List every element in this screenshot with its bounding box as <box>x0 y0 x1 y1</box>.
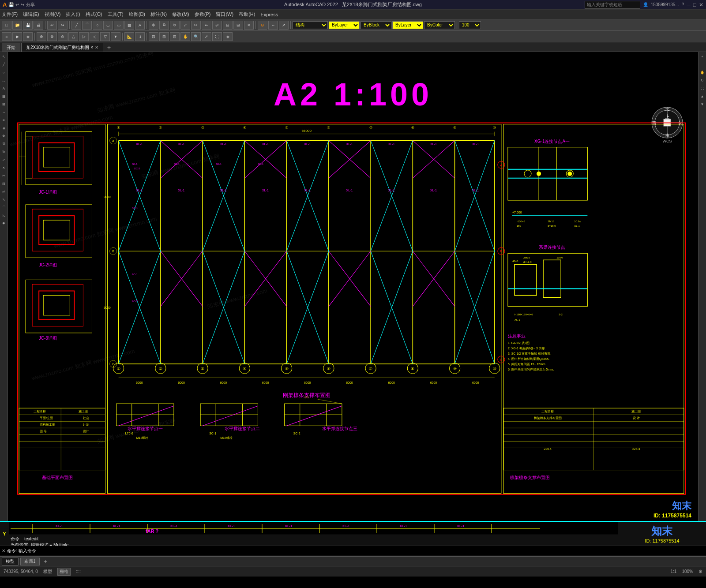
tb-array[interactable]: ⊞ <box>233 21 243 30</box>
tool-mirror[interactable]: ⇌ <box>0 188 8 195</box>
tool-cursor[interactable]: ↖ <box>0 53 8 60</box>
tb2-3d[interactable]: ◈ <box>223 32 233 41</box>
tb2-inquiry[interactable]: ℹ <box>135 32 145 41</box>
tb2-zoom-all[interactable]: ⛶ <box>212 32 222 41</box>
tb-arc[interactable]: ◡ <box>103 21 113 30</box>
help-icon[interactable]: ? <box>682 2 684 7</box>
tb-undo[interactable]: ↩ <box>47 21 57 30</box>
zoom-select[interactable]: 100 <box>459 21 481 29</box>
tab-start[interactable]: 开始 <box>2 43 20 52</box>
canvas-area[interactable]: www.znzmo.com 知末网 www.znzmo.com 知末网 知末网 … <box>8 52 698 521</box>
tb-extend[interactable]: ⇤ <box>202 21 211 30</box>
tb2-view1[interactable]: ⊡ <box>149 32 158 41</box>
tb2-match[interactable]: ◈ <box>23 32 33 41</box>
close-btn[interactable]: ✕ <box>699 2 703 8</box>
tool-dim[interactable]: ↔ <box>0 109 8 116</box>
search-box[interactable]: 输入关键字或短语 <box>585 1 640 9</box>
tab-add-layout[interactable]: ＋ <box>42 558 49 566</box>
menu-file[interactable]: 文件(F) <box>2 11 18 18</box>
rs-nav2[interactable]: ▼ <box>699 101 706 108</box>
tool-circle[interactable]: ○ <box>0 69 8 76</box>
tool-matchprop[interactable]: ◈ <box>0 124 8 131</box>
menu-window[interactable]: 窗口(W) <box>216 11 233 18</box>
redo-icon[interactable]: ↪ <box>21 2 24 7</box>
cmd-icon-close[interactable]: ✕ <box>2 548 5 553</box>
menu-express[interactable]: Express <box>260 12 278 17</box>
rs-zoom-in[interactable]: + <box>699 53 706 60</box>
tool-text[interactable]: A <box>0 85 8 92</box>
tb-offset[interactable]: ⊟ <box>223 21 233 30</box>
command-input[interactable] <box>38 548 704 553</box>
tb-hatch[interactable]: ▦ <box>124 21 134 30</box>
tb-open[interactable]: 📁 <box>12 21 22 30</box>
color-select3[interactable]: ByLayer <box>392 21 423 29</box>
tool-block[interactable]: ⊞ <box>0 101 8 108</box>
tb-trim[interactable]: ✂ <box>191 21 201 30</box>
tb2-grip7[interactable]: ▽ <box>100 32 110 41</box>
tool-offset[interactable]: ⊟ <box>0 180 8 187</box>
tool-properties[interactable]: ≡ <box>0 116 8 124</box>
tool-move[interactable]: ✥ <box>0 132 8 139</box>
color-select4[interactable]: ByColor <box>424 21 455 29</box>
tb2-zoom-win[interactable]: ⤢ <box>202 32 211 41</box>
tb-copy[interactable]: ⧉ <box>159 21 169 30</box>
tool-copy[interactable]: ⧉ <box>0 140 8 147</box>
tb-text[interactable]: A <box>135 21 145 30</box>
tb2-grip4[interactable]: △ <box>68 32 78 41</box>
tb2-grip2[interactable]: ⊗ <box>47 32 57 41</box>
color-select1[interactable]: ByLayer <box>329 21 360 29</box>
tb-save[interactable]: 💾 <box>23 21 33 30</box>
menu-modify[interactable]: 修改(M) <box>172 11 189 18</box>
tb2-props[interactable]: ▶ <box>12 32 22 41</box>
menu-view[interactable]: 视图(V) <box>45 11 61 18</box>
tb2-grip6[interactable]: ◁ <box>90 32 99 41</box>
tb2-grip5[interactable]: ▷ <box>79 32 89 41</box>
status-settings-icon[interactable]: ⚙ <box>698 569 702 574</box>
color-select2[interactable]: ByBlock <box>361 21 391 29</box>
tb-print[interactable]: 🖨 <box>34 21 43 30</box>
tb-dim-linear[interactable]: ↔ <box>268 21 278 30</box>
rs-orbit[interactable]: ↻ <box>699 77 706 84</box>
menu-dimension[interactable]: 标注(N) <box>150 11 167 18</box>
tab-layout1[interactable]: 布局1 <box>20 558 40 566</box>
tb-new[interactable]: □ <box>2 21 11 30</box>
menu-edit[interactable]: 编辑(E) <box>23 11 39 18</box>
tool-rotate[interactable]: ↻ <box>0 148 8 155</box>
tab-drawing[interactable]: 某2X18米跨门式刚架厂房结构图 × ✕ <box>21 43 103 52</box>
tool-trim[interactable]: ✂ <box>0 172 8 179</box>
tb2-grip8[interactable]: ▼ <box>111 32 120 41</box>
tb-mirror[interactable]: ⇌ <box>212 21 222 30</box>
tab-add-icon[interactable]: ＋ <box>106 44 112 52</box>
tab-model[interactable]: 模型 <box>2 558 19 566</box>
tool-fillet[interactable]: ⌒ <box>0 204 8 211</box>
tb-redo[interactable]: ↪ <box>58 21 68 30</box>
layer-select[interactable]: 结构 <box>293 21 328 29</box>
tb-circle[interactable]: ○ <box>93 21 102 30</box>
menu-draw[interactable]: 绘图(D) <box>129 11 145 18</box>
tool-hatch[interactable]: ▦ <box>0 93 8 100</box>
tb-erase[interactable]: ✕ <box>244 21 254 30</box>
tool-scale[interactable]: ⤢ <box>0 156 8 163</box>
tb2-view2[interactable]: ⊞ <box>159 32 169 41</box>
tool-explode[interactable]: ✸ <box>0 220 8 227</box>
tool-erase[interactable]: ✕ <box>0 164 8 171</box>
rs-pan[interactable]: ✋ <box>699 69 706 76</box>
tb-scale[interactable]: ⤢ <box>180 21 190 30</box>
restore-btn[interactable]: □ <box>693 2 696 8</box>
tab-close-icon[interactable]: ✕ <box>95 45 98 50</box>
menu-insert[interactable]: 插入(I) <box>66 11 80 18</box>
quick-save-icon[interactable]: 💾 <box>8 2 14 7</box>
user-icon[interactable]: 👤 <box>643 2 648 7</box>
tb-line[interactable]: ╱ <box>71 21 81 30</box>
tb-dim-align[interactable]: ↗ <box>279 21 289 30</box>
tool-line[interactable]: ╱ <box>0 61 8 68</box>
status-grid[interactable]: 栅格 <box>57 568 71 576</box>
tb2-zoom[interactable]: 🔍 <box>191 32 201 41</box>
tb2-view3[interactable]: ⊟ <box>170 32 180 41</box>
rs-zoom-all[interactable]: ⛶ <box>699 85 706 92</box>
tb2-grip1[interactable]: ⊕ <box>37 32 46 41</box>
rs-zoom-out[interactable]: - <box>699 61 706 68</box>
menu-tools[interactable]: 工具(T) <box>108 11 124 18</box>
main-drawing-svg[interactable]: JC-1详图 JC-2详图 JC-3详图 基础平面布置图 <box>8 52 698 521</box>
tb2-layers[interactable]: ≡ <box>2 32 11 41</box>
